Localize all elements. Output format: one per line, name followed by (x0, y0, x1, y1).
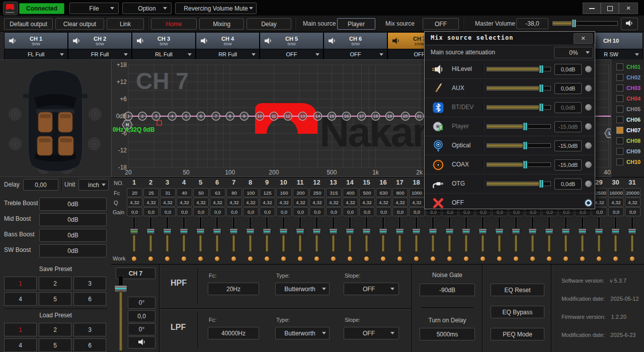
band-fader-handle[interactable] (429, 228, 437, 235)
band-gain-field[interactable]: 0,0 (226, 207, 242, 216)
slider-handle[interactable] (523, 160, 528, 169)
noise-gate-field[interactable]: -90dB (420, 284, 475, 296)
band-q-field[interactable]: 4,32 (160, 198, 176, 207)
otg-level-slider[interactable] (487, 182, 551, 186)
channel-checkbox[interactable] (616, 74, 623, 81)
eq-point[interactable]: 5 (182, 112, 190, 120)
eq-point[interactable]: 7 (212, 112, 220, 120)
band-fader-handle[interactable] (561, 228, 570, 235)
band-q-field[interactable]: 4,32 (392, 198, 408, 207)
band-fc-field[interactable]: 20 (127, 188, 142, 197)
channel-overlay-item-ch01[interactable]: CH01 (616, 63, 640, 70)
channel-strip-ch6[interactable]: CH 6 50W OFF (324, 32, 387, 60)
band-fader-handle[interactable] (229, 228, 238, 235)
band-q-field[interactable]: 4,32 (127, 198, 142, 207)
channel-overlay-item-ch04[interactable]: CH04 (616, 95, 640, 102)
channel-checkbox[interactable] (616, 84, 623, 92)
strip-header[interactable]: CH 4 50W (196, 33, 259, 49)
band-fader-handle[interactable] (329, 228, 338, 235)
coax-level-slider[interactable] (487, 162, 551, 167)
strip-output-dropdown[interactable]: OFF (260, 49, 323, 59)
file-menu[interactable]: File (69, 3, 119, 14)
band-fader-handle[interactable] (180, 228, 188, 235)
channel-mute-button[interactable] (128, 336, 155, 348)
strip-output-dropdown[interactable]: OFF (324, 49, 387, 59)
band-fader-handle[interactable] (130, 228, 138, 235)
band-gain-field[interactable]: 0,0 (143, 207, 159, 216)
turn-on-delay-field[interactable]: 5000ms (420, 328, 475, 340)
band-gain-field[interactable]: 0,0 (127, 207, 142, 216)
band-gain-field[interactable]: 0,0 (376, 207, 391, 216)
band-gain-field[interactable]: 0,0 (608, 207, 624, 216)
channel-strip-ch1[interactable]: CH 1 50W FL Full (4, 32, 68, 60)
close-button[interactable]: ✕ (619, 3, 638, 14)
load-preset-6[interactable]: 6 (73, 338, 106, 352)
band-gain-field[interactable]: 0,0 (409, 207, 425, 216)
channel-checkbox[interactable] (616, 106, 623, 113)
save-preset-5[interactable]: 5 (39, 292, 71, 306)
band-fader-handle[interactable] (412, 228, 421, 235)
eq-point[interactable]: 15 (328, 112, 336, 120)
lpf-fc-field[interactable]: 40000Hz (208, 327, 259, 339)
eq-point[interactable]: 10 (256, 112, 264, 120)
link-button[interactable]: Link (107, 18, 144, 30)
load-preset-4[interactable]: 4 (4, 338, 37, 352)
band-q-field[interactable]: 4,32 (608, 198, 624, 207)
band-fader-handle[interactable] (395, 228, 404, 235)
band-fc-field[interactable]: 250 (309, 188, 325, 197)
source-radio[interactable] (585, 161, 592, 168)
source-radio[interactable] (585, 85, 592, 92)
band-fader-handle[interactable] (362, 228, 371, 235)
band-q-field[interactable]: 4,32 (309, 198, 325, 207)
load-preset-5[interactable]: 5 (39, 338, 71, 352)
master-volume-handle[interactable] (572, 19, 577, 28)
band-fc-field[interactable]: 200 (293, 188, 308, 197)
band-gain-field[interactable]: 0,0 (293, 207, 308, 216)
band-fader-handle[interactable] (578, 228, 587, 235)
band-fader-handle[interactable] (263, 228, 271, 235)
slider-handle[interactable] (539, 65, 544, 73)
source-radio[interactable] (585, 104, 592, 111)
channel-strip-ch2[interactable]: CH 2 50W FR Full (68, 32, 132, 60)
dialog-close-button[interactable]: ✕ (574, 33, 593, 44)
attenuation-dropdown[interactable]: 0% (554, 47, 593, 58)
eq-point[interactable]: 8 (226, 112, 234, 120)
source-radio[interactable] (585, 181, 592, 187)
channel-checkbox[interactable] (616, 63, 623, 70)
slider-handle[interactable] (539, 103, 544, 112)
home-tab[interactable]: Home (151, 18, 197, 30)
aux-level-slider[interactable] (487, 86, 551, 91)
master-volume-slider[interactable] (552, 21, 618, 26)
channel-strip-ch5[interactable]: CH 5 50W OFF (260, 32, 324, 60)
hilevel-level-slider[interactable] (487, 67, 551, 71)
band-fc-field[interactable]: 31 (160, 188, 176, 197)
phase-top-field[interactable]: 0° (128, 297, 155, 309)
band-fc-field[interactable]: 80 (226, 188, 242, 197)
lpf-handle[interactable]: L (605, 129, 611, 137)
band-fader-handle[interactable] (595, 228, 603, 235)
band-fc-field[interactable]: 125 (260, 188, 275, 197)
save-preset-2[interactable]: 2 (39, 277, 71, 290)
strip-output-dropdown[interactable]: FR Full (68, 49, 131, 59)
delay-value-field[interactable]: 0,00 (23, 179, 58, 191)
channel-overlay-item-ch06[interactable]: CH06 (616, 116, 640, 123)
band-gain-field[interactable]: 0,0 (177, 207, 192, 216)
mixing-tab[interactable]: Mixing (199, 18, 244, 30)
band-gain-field[interactable]: 0,0 (309, 207, 325, 216)
save-preset-6[interactable]: 6 (73, 292, 106, 306)
channel-overlay-item-ch03[interactable]: CH03 (616, 84, 640, 92)
strip-header[interactable]: CH 1 50W (5, 33, 67, 49)
eq-point[interactable]: 16 (342, 112, 350, 120)
channel-overlay-item-ch09[interactable]: CH09 (616, 148, 640, 155)
band-fc-field[interactable]: 160 (276, 188, 292, 197)
band-gain-field[interactable]: 0,0 (326, 207, 342, 216)
bt/dev-level-slider[interactable] (487, 105, 551, 110)
player-level-slider[interactable] (487, 124, 551, 129)
band-fader-handle[interactable] (296, 228, 304, 235)
minimize-button[interactable] (583, 3, 601, 14)
channel-fader-track[interactable] (119, 292, 123, 351)
eq-point[interactable]: 3 (152, 112, 160, 120)
slider-handle[interactable] (539, 180, 544, 188)
band-fader-handle[interactable] (146, 228, 155, 235)
source-radio[interactable] (585, 123, 592, 130)
